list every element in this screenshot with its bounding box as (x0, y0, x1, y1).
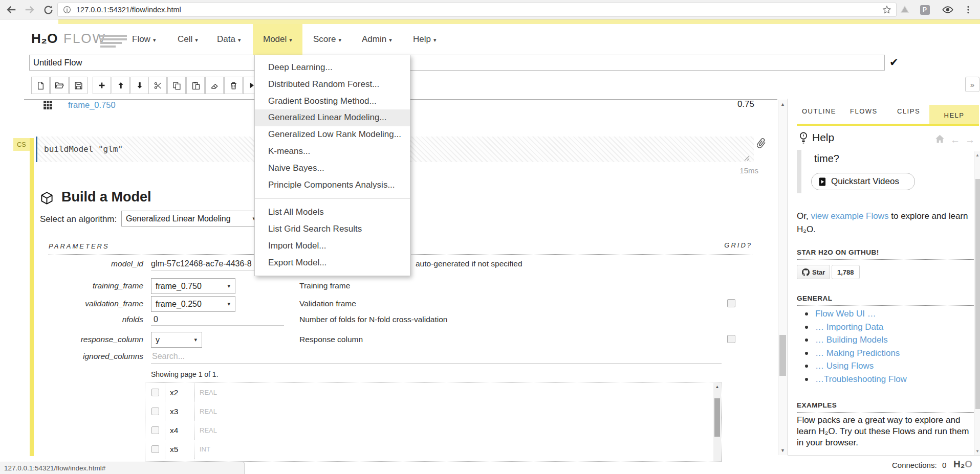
clear-cell-button[interactable] (205, 77, 224, 94)
video-icon (819, 177, 827, 186)
status-link-preview: 127.0.0.1:54321/flow/index.html# (0, 462, 245, 474)
add-cell-button[interactable] (93, 77, 111, 94)
tab-underline (797, 124, 979, 126)
scroll-down-icon[interactable]: ▼ (974, 449, 980, 454)
menu-score[interactable]: Score▾ (313, 24, 341, 55)
scroll-up-icon[interactable]: ▲ (974, 153, 980, 157)
view-example-flows-link[interactable]: view example Flows (811, 211, 888, 221)
menu-item-gradient-boosting-method[interactable]: Gradient Boosting Method... (255, 93, 410, 110)
cut-cell-button[interactable] (148, 77, 167, 94)
new-flow-button[interactable] (31, 77, 50, 94)
open-flow-button[interactable] (50, 77, 69, 94)
menu-data[interactable]: Data▾ (217, 24, 241, 55)
cell-resize-handle[interactable] (743, 154, 750, 161)
column-checkbox[interactable] (151, 389, 159, 396)
frame-link[interactable]: frame_0.750 (68, 100, 116, 110)
link-importing-data[interactable]: … Importing Data (797, 321, 907, 334)
menu-item-list-grid-search-results[interactable]: List Grid Search Results (255, 221, 410, 238)
paperclip-icon[interactable] (753, 135, 769, 151)
browser-back-icon[interactable] (4, 3, 18, 17)
param-label: model_id (31, 259, 143, 268)
cell-code: buildModel "glm" (44, 144, 123, 154)
grid-checkbox[interactable] (727, 335, 735, 343)
scroll-up-icon[interactable]: ▲ (713, 385, 721, 389)
paste-cell-button[interactable] (186, 77, 205, 94)
link-using-flows[interactable]: … Using Flows (797, 359, 907, 373)
link-flow-web-ui[interactable]: Flow Web UI … (797, 307, 907, 321)
delete-cell-button[interactable] (224, 77, 243, 94)
save-flow-button[interactable] (69, 77, 88, 94)
param-value: glm-57c12468-ac7e-4436-8 (151, 259, 252, 268)
scrollbar-thumb[interactable] (714, 398, 720, 437)
menu-cell[interactable]: Cell▾ (178, 24, 198, 55)
url-bar[interactable]: 127.0.0.1:54321/flow/index.html (57, 3, 897, 17)
menu-item-distributed-random-forest[interactable]: Distributed Random Forest... (255, 76, 410, 93)
home-icon[interactable] (935, 134, 945, 143)
tab-outline[interactable]: OUTLINE (802, 107, 836, 115)
menu-item-k-means[interactable]: K-means... (255, 143, 410, 160)
browser-forward-icon[interactable] (23, 3, 37, 17)
quickstart-videos-button[interactable]: Quickstart Videos (811, 173, 915, 190)
nfolds-input[interactable] (151, 314, 284, 326)
move-cell-up-button[interactable] (112, 77, 130, 94)
menu-item-generalized-low-rank-modeling[interactable]: Generalized Low Rank Modeling... (255, 126, 410, 143)
github-star-button[interactable]: Star (797, 265, 830, 279)
tab-flows[interactable]: FLOWS (850, 107, 878, 115)
github-star-count[interactable]: 1,788 (832, 265, 860, 279)
connections-value: 0 (942, 461, 946, 469)
menu-item-import-model[interactable]: Import Model... (255, 238, 410, 255)
scroll-down-icon[interactable]: ▼ (778, 448, 787, 453)
tab-clips[interactable]: CLIPS (897, 107, 920, 115)
help-forward-icon[interactable]: → (965, 134, 975, 146)
frame-table-icon (43, 100, 53, 110)
link-making-predictions[interactable]: … Making Predictions (797, 347, 907, 360)
menu-item-deep-learning[interactable]: Deep Learning... (255, 59, 410, 76)
form-title: Build a Model (61, 189, 151, 205)
menu-item-naive-bayes[interactable]: Naive Bayes... (255, 160, 410, 177)
ignored-columns-search-input[interactable] (151, 352, 722, 364)
table-row: x4 REAL (145, 421, 721, 440)
link-building-models[interactable]: … Building Models (797, 333, 907, 347)
response-column-select[interactable]: y▾ (151, 332, 202, 348)
menu-item-export-model[interactable]: Export Model... (255, 255, 410, 272)
bookmark-star-icon[interactable] (882, 5, 891, 14)
training-frame-select[interactable]: frame_0.750▾ (151, 278, 235, 294)
menu-item-principle-components-analysis[interactable]: Principle Components Analysis... (255, 177, 410, 194)
link-troubleshooting-flow[interactable]: …Troubleshooting Flow (797, 373, 907, 386)
scroll-up-icon[interactable]: ▲ (778, 102, 787, 107)
drive-extension-icon[interactable] (899, 4, 911, 16)
move-cell-down-button[interactable] (130, 77, 149, 94)
p-extension-icon[interactable]: P (919, 4, 931, 16)
browser-reload-icon[interactable] (41, 3, 55, 17)
collapse-sidebar-button[interactable]: » (965, 77, 979, 92)
validation-frame-select[interactable]: frame_0.250▾ (151, 296, 235, 312)
grid-checkbox[interactable] (727, 299, 735, 307)
column-type: REAL (195, 389, 217, 396)
menu-item-generalized-linear-modeling[interactable]: Generalized Linear Modeling... (255, 109, 410, 126)
browser-menu-icon[interactable] (962, 4, 974, 16)
chevron-down-icon: ▾ (227, 279, 230, 294)
sidebar-scrollbar[interactable]: ▲ ▼ (974, 151, 980, 455)
chevron-down-icon: ▾ (238, 37, 241, 43)
info-icon[interactable] (63, 6, 71, 14)
algorithm-select[interactable]: Generalized Linear Modeling▾ (121, 211, 260, 227)
menu-help[interactable]: Help▾ (413, 24, 437, 55)
copy-cell-button[interactable] (167, 77, 186, 94)
scrollbar-thumb[interactable] (779, 335, 786, 376)
menu-item-list-all-models[interactable]: List All Models (255, 204, 410, 221)
menu-model[interactable]: Model▾ (263, 24, 292, 55)
table-scrollbar[interactable]: ▲ (713, 383, 721, 461)
scrollbar-thumb[interactable] (975, 179, 980, 409)
column-checkbox[interactable] (151, 426, 159, 434)
menu-flow[interactable]: Flow▾ (132, 24, 156, 55)
flow-name-input[interactable] (29, 55, 885, 71)
eye-extension-icon[interactable] (942, 4, 954, 16)
tab-help[interactable]: HELP (929, 105, 979, 126)
chevron-down-icon: ▾ (389, 37, 392, 43)
help-back-icon[interactable]: ← (950, 134, 960, 146)
menu-admin[interactable]: Admin▾ (362, 24, 392, 55)
column-checkbox[interactable] (151, 408, 159, 415)
main-scrollbar[interactable]: ▲ ▼ (778, 100, 787, 455)
column-checkbox[interactable] (151, 445, 159, 453)
param-description: Response column (299, 335, 363, 344)
